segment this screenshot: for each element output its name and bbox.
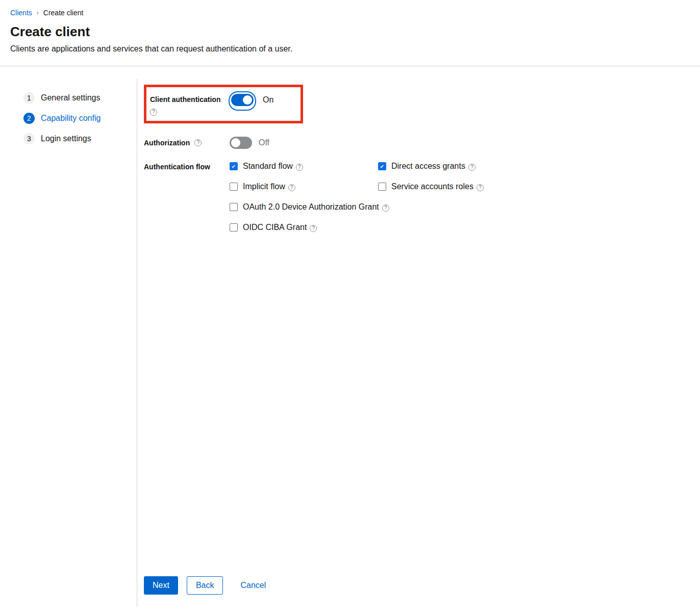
- capability-config-form: Client authentication ? On Authorization…: [137, 79, 700, 607]
- wizard-step-general-settings[interactable]: 1 General settings: [23, 92, 137, 104]
- option-standard-flow[interactable]: ✔ Standard flow ?: [230, 162, 378, 171]
- help-icon[interactable]: ?: [296, 164, 303, 171]
- annotation-highlight-box: Client authentication ? On: [144, 85, 303, 123]
- back-button[interactable]: Back: [187, 576, 223, 595]
- step-number-badge: 3: [23, 133, 35, 144]
- option-direct-access-grants[interactable]: ✔ Direct access grants ?: [378, 162, 484, 171]
- page-subtitle: Clients are applications and services th…: [10, 44, 690, 55]
- checkbox[interactable]: ✔: [230, 162, 238, 170]
- authentication-flow-label: Authentication flow: [144, 162, 230, 171]
- wizard-actions: Next Back Cancel: [144, 576, 700, 595]
- toggle-track: [231, 94, 254, 106]
- authentication-flow-group: Authentication flow ✔ Standard flow ? ✔ …: [144, 162, 700, 232]
- wizard-step-capability-config[interactable]: 2 Capability config: [23, 113, 137, 124]
- help-icon[interactable]: ?: [194, 139, 202, 146]
- step-number-badge: 2: [23, 113, 35, 124]
- client-authentication-toggle[interactable]: [229, 91, 256, 111]
- help-icon[interactable]: ?: [150, 109, 157, 116]
- step-number-badge: 1: [23, 92, 35, 104]
- wizard-step-nav: 1 General settings 2 Capability config 3…: [0, 79, 137, 607]
- next-button[interactable]: Next: [144, 576, 178, 595]
- step-label: Login settings: [41, 134, 91, 143]
- page-title: Create client: [10, 24, 690, 39]
- wizard-step-login-settings[interactable]: 3 Login settings: [23, 133, 137, 144]
- breadcrumb: Clients › Create client: [10, 9, 690, 17]
- checkbox[interactable]: [230, 183, 238, 191]
- breadcrumb-separator-icon: ›: [37, 10, 39, 16]
- authorization-group: Authorization ? Off: [144, 137, 700, 149]
- option-implicit-flow[interactable]: Implicit flow ?: [230, 182, 378, 191]
- help-icon[interactable]: ?: [382, 204, 389, 212]
- page-header: Clients › Create client Create client Cl…: [0, 0, 700, 66]
- checkbox[interactable]: [230, 203, 238, 211]
- help-icon[interactable]: ?: [477, 184, 484, 191]
- authorization-toggle[interactable]: [230, 137, 252, 149]
- help-icon[interactable]: ?: [468, 164, 476, 171]
- cancel-link[interactable]: Cancel: [240, 581, 266, 590]
- client-authentication-group: Client authentication ? On: [150, 91, 301, 116]
- option-oauth-device-authorization-grant[interactable]: OAuth 2.0 Device Authorization Grant ?: [230, 202, 484, 212]
- checkbox[interactable]: [378, 183, 386, 191]
- toggle-knob: [231, 138, 240, 147]
- checkbox[interactable]: [230, 223, 238, 232]
- option-service-accounts-roles[interactable]: Service accounts roles ?: [378, 182, 484, 191]
- help-icon[interactable]: ?: [310, 225, 317, 232]
- option-oidc-ciba-grant[interactable]: OIDC CIBA Grant ?: [230, 223, 484, 232]
- breadcrumb-current: Create client: [43, 9, 84, 17]
- step-label: Capability config: [41, 114, 101, 123]
- client-authentication-label: Client authentication: [150, 95, 229, 104]
- help-icon[interactable]: ?: [288, 184, 295, 191]
- authorization-state: Off: [259, 137, 269, 149]
- client-authentication-state: On: [263, 91, 273, 109]
- authentication-flow-options: ✔ Standard flow ? ✔ Direct access grants…: [230, 162, 484, 232]
- authorization-label: Authorization: [144, 138, 190, 147]
- step-label: General settings: [41, 93, 101, 102]
- breadcrumb-link-clients[interactable]: Clients: [10, 9, 32, 17]
- toggle-knob: [243, 95, 252, 105]
- checkbox[interactable]: ✔: [378, 162, 386, 170]
- wizard-content: 1 General settings 2 Capability config 3…: [0, 79, 700, 607]
